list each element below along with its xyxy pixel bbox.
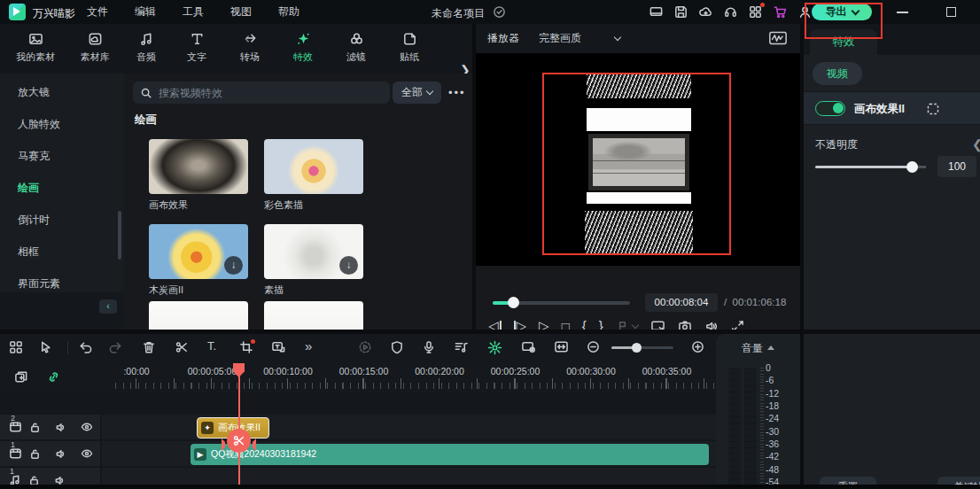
menu-item[interactable]: 编辑	[129, 3, 161, 21]
effect-thumbnail[interactable]	[264, 139, 363, 194]
opacity-slider-knob[interactable]	[906, 161, 918, 173]
sidebar-scrollbar[interactable]	[118, 211, 121, 260]
zoom-out-icon[interactable]	[587, 340, 600, 353]
save-icon[interactable]	[673, 4, 688, 19]
sidebar-item[interactable]: 界面元素	[18, 276, 60, 291]
sidebar-item[interactable]: 人脸特效	[18, 117, 60, 132]
user-icon[interactable]	[797, 4, 813, 19]
timeline-tracks: 2 ✦ 画布效果II 1	[0, 394, 716, 489]
export-label: 导出	[826, 4, 847, 19]
redo-icon[interactable]	[108, 340, 123, 354]
lock-icon[interactable]	[29, 422, 41, 433]
audio-sync-icon[interactable]	[454, 340, 469, 354]
fit-timeline-icon[interactable]	[554, 340, 569, 353]
video-clip-icon: ▶	[194, 448, 206, 461]
effect-thumbnail[interactable]: ↓	[149, 224, 248, 279]
tab-stickers[interactable]: 贴纸	[381, 31, 438, 64]
effect-thumbnail[interactable]	[149, 139, 248, 194]
split-cursor-scissors-icon[interactable]	[227, 429, 251, 453]
timeline-zoom-knob[interactable]	[632, 343, 642, 353]
tab-effects[interactable]: 特效	[275, 31, 331, 64]
speech-to-text-icon[interactable]	[271, 340, 286, 354]
menu-item[interactable]: 帮助	[273, 3, 305, 21]
split-scissors-icon[interactable]	[175, 340, 189, 354]
track-visibility-eye-icon[interactable]	[81, 422, 93, 432]
effect-thumbnail-partial[interactable]	[149, 301, 248, 330]
apps-grid-icon[interactable]	[748, 4, 763, 19]
link-clips-icon[interactable]	[46, 370, 61, 384]
mute-speaker-icon[interactable]	[55, 422, 66, 433]
shield-icon[interactable]	[390, 340, 404, 354]
volume-scale-label: -30	[766, 427, 797, 436]
cart-icon[interactable]	[773, 4, 788, 19]
tab-audio[interactable]: 音频	[118, 31, 175, 64]
tab-filters[interactable]: 滤镜	[328, 31, 385, 64]
screen-record-icon[interactable]	[521, 340, 536, 354]
effect-enable-toggle[interactable]	[815, 101, 845, 116]
timeline-ruler[interactable]: :00:0000:00:05:0000:00:10:0000:00:15:000…	[115, 363, 716, 394]
maximize-button[interactable]	[946, 7, 956, 17]
more-options-button[interactable]: •••	[448, 86, 466, 99]
clip-video[interactable]: ▶ QQ视频20240303181942	[191, 444, 709, 465]
keyframe-prev-chevron[interactable]: ❮	[972, 137, 980, 151]
selection-region-icon[interactable]	[926, 102, 940, 116]
menu-item[interactable]: 工具	[177, 3, 209, 21]
duplicate-icon[interactable]	[14, 370, 28, 384]
tab-my-media[interactable]: 我的素材	[7, 31, 64, 64]
track-visibility-eye-icon[interactable]	[81, 448, 93, 459]
search-box[interactable]	[133, 82, 390, 104]
sidebar-item[interactable]: 放大镜	[18, 85, 50, 100]
cloud-upload-icon[interactable]	[698, 4, 713, 19]
mute-speaker-icon[interactable]	[55, 448, 66, 460]
search-input[interactable]	[159, 87, 345, 99]
text-tool-icon[interactable]: T.	[207, 339, 216, 353]
opacity-value[interactable]: 100	[937, 156, 976, 177]
track-lane[interactable]: ✦ 画布效果II	[102, 415, 716, 439]
menu-item[interactable]: 文件	[82, 3, 113, 21]
sidebar-item[interactable]: 相框	[18, 244, 39, 260]
tab-effect-properties[interactable]: 特效	[810, 29, 877, 55]
effect-thumbnail-partial[interactable]	[264, 301, 363, 330]
volume-panel-header[interactable]: 音量	[716, 341, 800, 356]
video-pill-button[interactable]: 视频	[813, 62, 862, 85]
minimize-button[interactable]	[897, 12, 908, 13]
track-lane[interactable]: ▶ QQ视频20240303181942	[102, 441, 716, 466]
player-header: 播放器 完整画质	[476, 24, 800, 53]
render-preview-icon[interactable]	[358, 340, 372, 354]
tab-stock-media[interactable]: 素材库	[66, 31, 123, 64]
headset-icon[interactable]	[723, 4, 738, 19]
toolbar-overflow-chevrons[interactable]: »	[305, 338, 312, 353]
delete-icon[interactable]	[142, 340, 156, 354]
quality-dropdown[interactable]: 完整画质	[539, 31, 620, 46]
select-tool-icon[interactable]	[39, 340, 53, 354]
seek-bar-knob[interactable]	[508, 297, 519, 308]
video-track-icon: 1	[9, 447, 15, 460]
sidebar-item[interactable]: 马赛克	[18, 149, 50, 164]
effect-clip-icon: ✦	[201, 422, 214, 434]
tab-transitions[interactable]: 转场	[222, 31, 278, 64]
collapse-sidebar-button[interactable]: ‹	[99, 299, 117, 314]
undo-icon[interactable]	[78, 340, 93, 354]
volume-meter-right	[744, 368, 757, 485]
sidebar-item[interactable]: 倒计时	[18, 213, 50, 228]
export-button[interactable]: 导出	[812, 4, 872, 20]
playhead-line[interactable]	[238, 363, 240, 485]
filter-dropdown[interactable]: 全部	[393, 82, 441, 104]
effect-thumbnail[interactable]: ↓	[264, 224, 363, 279]
waveform-monitor-icon[interactable]	[768, 30, 788, 46]
video-sketch-band-top	[587, 74, 691, 98]
layout-mode-icon[interactable]	[9, 340, 23, 354]
sidebar-item[interactable]: 绘画	[18, 181, 39, 196]
timeline-ruler-row: :00:0000:00:05:0000:00:10:0000:00:15:000…	[0, 363, 800, 394]
crop-tool-icon[interactable]	[239, 340, 253, 354]
lock-icon[interactable]	[29, 448, 41, 460]
keyframe-tracking-icon[interactable]	[487, 340, 502, 355]
display-icon[interactable]	[649, 4, 664, 19]
zoom-in-icon[interactable]	[691, 340, 704, 353]
media-tabstrip: 我的素材 素材库 音频 文字 转场 特效 滤镜 贴纸 ❯	[0, 24, 472, 74]
download-icon: ↓	[224, 256, 243, 275]
chevron-down-icon	[614, 34, 621, 41]
tab-text[interactable]: 文字	[168, 31, 225, 64]
menu-item[interactable]: 视图	[225, 3, 257, 21]
microphone-icon[interactable]	[422, 340, 436, 354]
